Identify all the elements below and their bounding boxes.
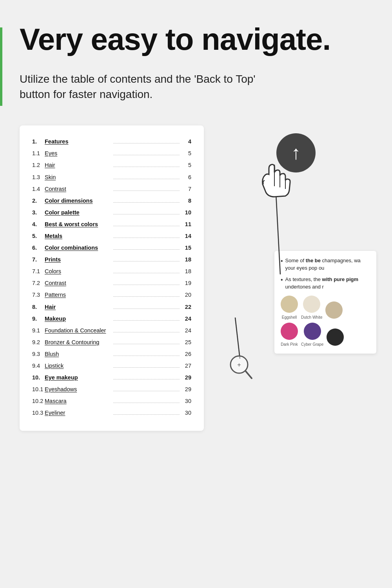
toc-page: 7 <box>182 184 191 194</box>
swatch-eggshell-label: Eggshell <box>282 314 297 320</box>
toc-label[interactable]: Mascara <box>45 396 111 406</box>
toc-dots <box>113 238 180 238</box>
toc-label[interactable]: Color combinations <box>45 243 111 253</box>
toc-label[interactable]: Features <box>45 136 111 147</box>
toc-row[interactable]: 9.3Blush26 <box>32 349 191 359</box>
svg-line-7 <box>245 371 252 378</box>
toc-label[interactable]: Eye makeup <box>45 372 111 383</box>
swatch-dark-pink: Dark Pink <box>281 323 298 347</box>
toc-row[interactable]: 1.1Eyes5 <box>32 148 191 158</box>
toc-dots <box>113 403 180 403</box>
toc-page: 30 <box>182 408 191 418</box>
toc-page: 24 <box>182 325 191 336</box>
snippet-text-2: As textures, the with pure pigm underton… <box>285 276 370 291</box>
toc-page: 5 <box>182 148 191 158</box>
toc-row[interactable]: 4.Best & worst colors11 <box>32 219 191 229</box>
hero-title: Very easy to navigate. <box>20 24 372 56</box>
toc-row[interactable]: 7.3Patterns20 <box>32 290 191 300</box>
toc-page: 26 <box>182 349 191 359</box>
toc-label[interactable]: Skin <box>45 172 111 182</box>
toc-label[interactable]: Lipstick <box>45 361 111 371</box>
toc-number: 7.1 <box>32 266 45 276</box>
toc-page: 5 <box>182 160 191 170</box>
toc-row[interactable]: 1.3Skin6 <box>32 172 191 182</box>
toc-page: 29 <box>182 384 191 394</box>
toc-label[interactable]: Metals <box>45 231 111 241</box>
toc-label[interactable]: Eyeliner <box>45 408 111 418</box>
toc-number: 8. <box>32 302 45 312</box>
toc-dots <box>113 367 180 368</box>
toc-dots <box>113 273 180 273</box>
toc-row[interactable]: 2.Color dimensions8 <box>32 196 191 206</box>
toc-row[interactable]: 5.Metals14 <box>32 231 191 241</box>
toc-row[interactable]: 10.1Eyeshadows29 <box>32 384 191 394</box>
toc-label[interactable]: Makeup <box>45 314 111 324</box>
toc-row[interactable]: 10.3Eyeliner30 <box>32 408 191 418</box>
toc-number: 4. <box>32 219 45 229</box>
toc-row[interactable]: 6.Color combinations15 <box>32 243 191 253</box>
toc-dots <box>113 344 180 344</box>
toc-row[interactable]: 9.Makeup24 <box>32 314 191 324</box>
toc-row[interactable]: 7.Prints18 <box>32 254 191 265</box>
toc-row[interactable]: 1.Features4 <box>32 136 191 147</box>
toc-row[interactable]: 1.4Contrast7 <box>32 184 191 194</box>
toc-row[interactable]: 9.1Foundation & Concealer24 <box>32 325 191 336</box>
toc-page: 19 <box>182 278 191 288</box>
toc-page: 15 <box>182 243 191 253</box>
toc-row[interactable]: 3.Color palette10 <box>32 207 191 218</box>
toc-number: 1.1 <box>32 148 45 158</box>
toc-label[interactable]: Color palette <box>45 207 111 218</box>
toc-label[interactable]: Eyes <box>45 148 111 158</box>
toc-page: 24 <box>182 314 191 324</box>
color-swatches-row2: Dark Pink Cyber Grape <box>281 323 370 347</box>
toc-number: 9.2 <box>32 337 45 347</box>
toc-number: 7. <box>32 254 45 265</box>
toc-label[interactable]: Foundation & Concealer <box>45 325 111 336</box>
toc-number: 2. <box>32 196 45 206</box>
toc-row[interactable]: 1.2Hair5 <box>32 160 191 170</box>
toc-row[interactable]: 9.4Lipstick27 <box>32 361 191 371</box>
toc-row[interactable]: 7.2Contrast19 <box>32 278 191 288</box>
hero-section: Very easy to navigate. Utilize the table… <box>20 24 372 102</box>
toc-label[interactable]: Bronzer & Contouring <box>45 337 111 347</box>
hand-cursor-icon <box>251 157 298 205</box>
toc-label[interactable]: Hair <box>45 160 111 170</box>
toc-label[interactable]: Best & worst colors <box>45 219 111 229</box>
toc-label[interactable]: Prints <box>45 254 111 265</box>
toc-card: 1.Features41.1Eyes51.2Hair51.3Skin61.4Co… <box>20 125 204 430</box>
toc-row[interactable]: 7.1Colors18 <box>32 266 191 276</box>
toc-dots <box>113 285 180 285</box>
toc-label[interactable]: Blush <box>45 349 111 359</box>
toc-label[interactable]: Hair <box>45 302 111 312</box>
toc-page: 8 <box>182 196 191 206</box>
toc-number: 9.4 <box>32 361 45 371</box>
toc-label[interactable]: Colors <box>45 266 111 276</box>
toc-row[interactable]: 9.2Bronzer & Contouring25 <box>32 337 191 347</box>
toc-row[interactable]: 10.Eye makeup29 <box>32 372 191 383</box>
toc-label[interactable]: Eyeshadows <box>45 384 111 394</box>
swatch-eggshell-circle <box>281 296 298 313</box>
svg-text:+: + <box>237 361 241 368</box>
swatch-dark <box>327 328 344 347</box>
toc-dots <box>113 320 180 321</box>
swatch-extra-circle <box>325 301 343 319</box>
toc-page: 18 <box>182 254 191 265</box>
toc-label[interactable]: Color dimensions <box>45 196 111 206</box>
color-swatches: Eggshell Dutch White <box>281 296 370 320</box>
toc-label[interactable]: Patterns <box>45 290 111 300</box>
toc-row[interactable]: 8.Hair22 <box>32 302 191 312</box>
toc-page: 20 <box>182 290 191 300</box>
toc-label[interactable]: Contrast <box>45 278 111 288</box>
toc-dots <box>113 261 180 261</box>
swatch-cyber-grape-label: Cyber Grape <box>301 341 323 347</box>
toc-dots <box>113 414 180 415</box>
toc-number: 1.2 <box>32 160 45 170</box>
swatch-dark-pink-circle <box>281 323 298 340</box>
green-accent-bar <box>0 27 2 106</box>
toc-dots <box>113 167 180 167</box>
hero-subtitle: Utilize the table of contents and the 'B… <box>20 71 286 102</box>
toc-label[interactable]: Contrast <box>45 184 111 194</box>
toc-page: 6 <box>182 172 191 182</box>
toc-row[interactable]: 10.2Mascara30 <box>32 396 191 406</box>
swatch-dutch-white-circle <box>303 296 320 313</box>
